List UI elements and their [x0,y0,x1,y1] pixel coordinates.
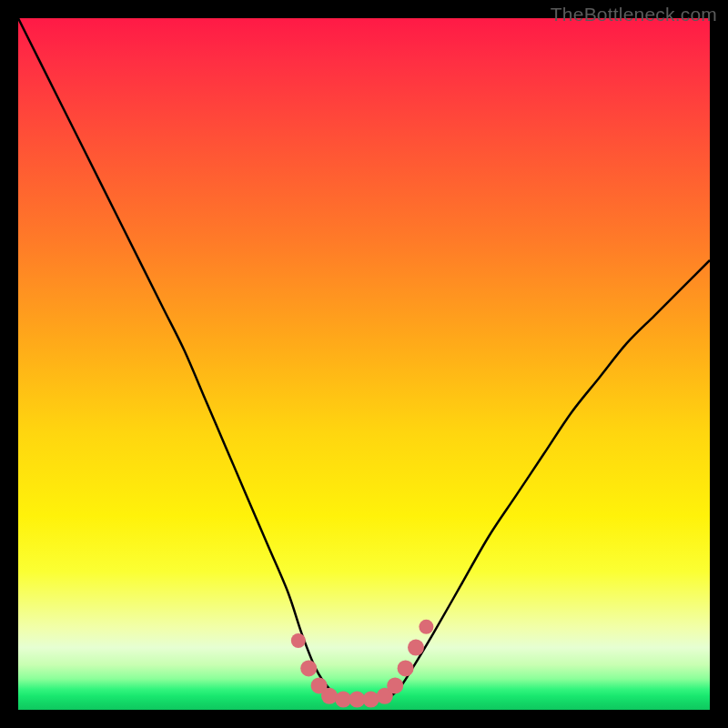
chart-canvas: TheBottleneck.com [0,0,728,728]
trough-marker [363,692,379,708]
trough-marker [300,660,317,676]
trough-marker [408,640,424,656]
trough-marker [398,660,414,676]
curve-svg [18,18,710,710]
trough-marker [387,677,403,693]
trough-marker [321,688,338,704]
watermark-text: TheBottleneck.com [551,4,717,25]
trough-marker [291,633,306,648]
bottleneck-curve [18,18,710,700]
plot-area [18,18,710,710]
trough-markers [291,620,434,708]
trough-marker [419,620,433,634]
